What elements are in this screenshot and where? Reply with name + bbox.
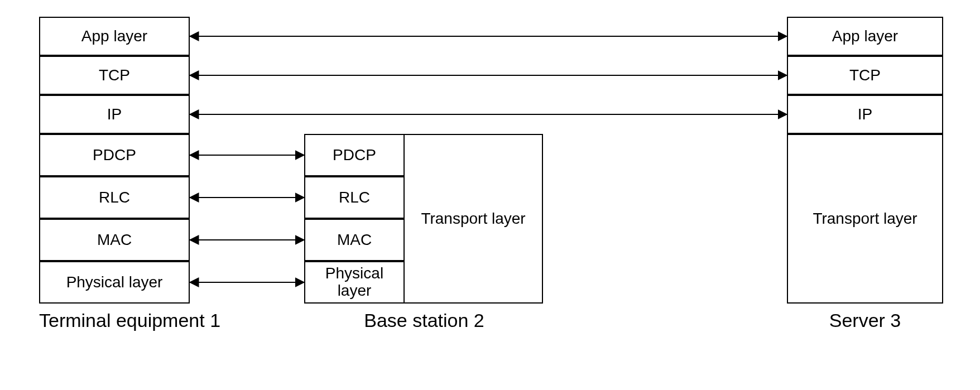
terminal-phy-layer: Physical layer bbox=[39, 261, 190, 304]
terminal-app-label: App layer bbox=[81, 28, 147, 45]
bs-transport-label: Transport layer bbox=[421, 210, 525, 228]
terminal-ip-label: IP bbox=[107, 106, 122, 123]
bs-rlc-label: RLC bbox=[339, 189, 370, 206]
bs-caption-text: Base station 2 bbox=[364, 310, 484, 331]
terminal-pdcp-layer: PDCP bbox=[39, 134, 190, 176]
terminal-app-layer: App layer bbox=[39, 17, 190, 56]
bs-rlc-layer: RLC bbox=[304, 176, 405, 219]
terminal-mac-label: MAC bbox=[97, 232, 132, 249]
terminal-caption-text: Terminal equipment 1 bbox=[39, 310, 220, 331]
server-transport-layer: Transport layer bbox=[787, 134, 943, 304]
server-caption: Server 3 bbox=[787, 310, 943, 331]
terminal-tcp-layer: TCP bbox=[39, 56, 190, 95]
server-tcp-label: TCP bbox=[849, 67, 881, 84]
bs-caption: Base station 2 bbox=[304, 310, 544, 331]
server-ip-label: IP bbox=[858, 106, 872, 123]
bs-phy-layer: Physical layer bbox=[304, 261, 405, 304]
bs-mac-label: MAC bbox=[337, 232, 372, 249]
server-tcp-layer: TCP bbox=[787, 56, 943, 95]
server-app-label: App layer bbox=[832, 28, 898, 45]
bs-pdcp-label: PDCP bbox=[333, 147, 376, 164]
bs-transport-layer: Transport layer bbox=[403, 134, 543, 304]
terminal-rlc-layer: RLC bbox=[39, 176, 190, 219]
server-caption-text: Server 3 bbox=[829, 310, 901, 331]
terminal-mac-layer: MAC bbox=[39, 219, 190, 261]
bs-pdcp-layer: PDCP bbox=[304, 134, 405, 176]
terminal-pdcp-label: PDCP bbox=[93, 147, 136, 164]
terminal-ip-layer: IP bbox=[39, 95, 190, 134]
server-transport-label: Transport layer bbox=[813, 210, 917, 228]
terminal-rlc-label: RLC bbox=[99, 189, 130, 206]
server-app-layer: App layer bbox=[787, 17, 943, 56]
bs-mac-layer: MAC bbox=[304, 219, 405, 261]
terminal-caption: Terminal equipment 1 bbox=[39, 310, 240, 331]
bs-phy-label: Physical layer bbox=[309, 265, 400, 300]
terminal-phy-label: Physical layer bbox=[66, 274, 163, 291]
terminal-tcp-label: TCP bbox=[99, 67, 130, 84]
server-ip-layer: IP bbox=[787, 95, 943, 134]
